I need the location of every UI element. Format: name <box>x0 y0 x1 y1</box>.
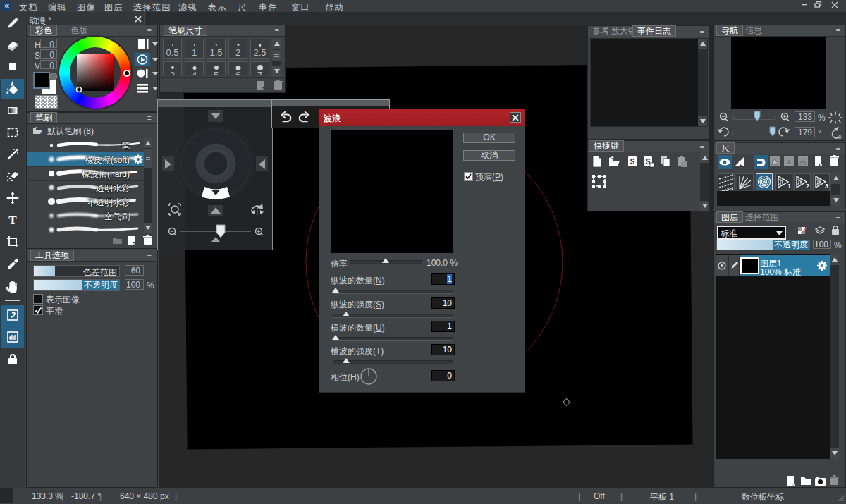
svg-text:0: 0 <box>838 134 842 140</box>
svg-text:S: S <box>630 158 635 166</box>
svg-text:S: S <box>646 158 651 166</box>
svg-text:T: T <box>8 214 17 227</box>
svg-text:3: 3 <box>825 183 828 190</box>
svg-text:1: 1 <box>787 183 791 190</box>
svg-text:2: 2 <box>806 183 809 190</box>
